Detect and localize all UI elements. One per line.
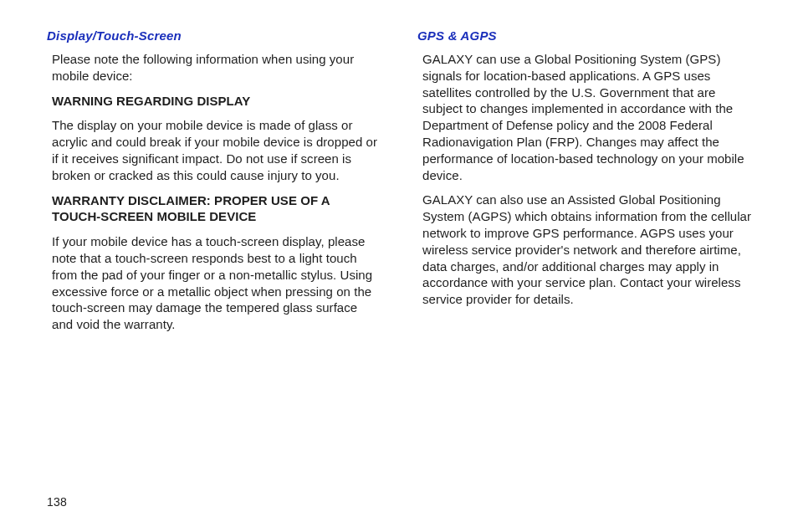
intro-paragraph: Please note the following information wh… — [52, 51, 381, 84]
section-heading-display: Display/Touch-Screen — [47, 28, 381, 43]
document-page: Display/Touch-Screen Please note the fol… — [0, 0, 798, 532]
section-heading-gps: GPS & AGPS — [417, 28, 751, 43]
warranty-body: If your mobile device has a touch-screen… — [52, 233, 381, 333]
gps-paragraph-1: GALAXY can use a Global Positioning Syst… — [422, 51, 751, 183]
page-number: 138 — [47, 495, 67, 509]
right-column: GPS & AGPS GALAXY can use a Global Posit… — [417, 28, 751, 512]
left-column: Display/Touch-Screen Please note the fol… — [47, 28, 381, 512]
gps-paragraph-2: GALAXY can also use an Assisted Global P… — [422, 192, 751, 308]
warning-body: The display on your mobile device is mad… — [52, 117, 381, 183]
warning-title: WARNING REGARDING DISPLAY — [52, 93, 381, 110]
warranty-title: WARRANTY DISCLAIMER: PROPER USE OF A TOU… — [52, 192, 381, 226]
